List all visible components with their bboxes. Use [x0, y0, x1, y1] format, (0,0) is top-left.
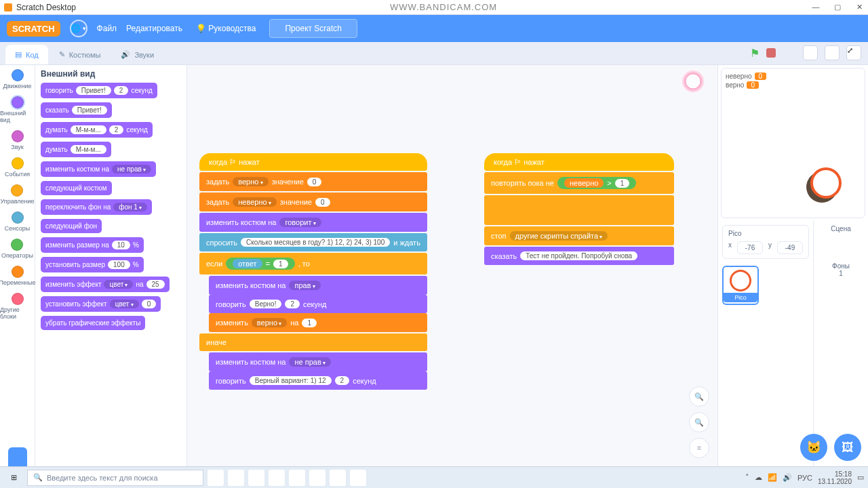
- script-stack-1[interactable]: когда 🏳 нажат задатьвернозначение0 задат…: [199, 153, 427, 391]
- backpack-tab[interactable]: [8, 447, 27, 466]
- block-else[interactable]: иначе: [199, 333, 427, 351]
- block-change-size[interactable]: изменить размер на10%: [41, 237, 144, 253]
- add-backdrop-button[interactable]: 🖼: [834, 434, 861, 461]
- scratch-logo[interactable]: SCRATCH: [7, 21, 60, 37]
- hat-when-flag-clicked-2[interactable]: когда 🏳 нажат: [484, 153, 674, 171]
- sprite-x-field[interactable]: -76: [737, 241, 763, 254]
- block-switch-costume-1[interactable]: изменить костюм наговорит: [199, 213, 427, 232]
- tray-wifi-icon[interactable]: 📶: [768, 473, 777, 482]
- taskbar-app-4[interactable]: [289, 470, 305, 486]
- sprite-thumb-label: Pico: [724, 293, 757, 302]
- min-button[interactable]: ―: [811, 3, 821, 12]
- block-palette: Внешний вид говоритьПривет!2секунд сказа…: [35, 65, 187, 466]
- block-think-for[interactable]: думатьМ-м-м...2секунд: [41, 122, 153, 138]
- tray-sound-icon[interactable]: 🔊: [783, 473, 792, 482]
- hat-when-flag-clicked[interactable]: когда 🏳 нажат: [199, 153, 427, 171]
- menu-tutorials[interactable]: 💡 Руководства: [196, 24, 256, 33]
- tab-costumes[interactable]: ✎Костюмы: [50, 45, 111, 64]
- block-say-correct[interactable]: говоритьВерно!2секунд: [209, 295, 427, 313]
- block-clear-effects[interactable]: убрать графические эффекты: [41, 316, 145, 330]
- zoom-in-button[interactable]: 🔍: [689, 386, 709, 407]
- taskbar-app-6[interactable]: [330, 470, 346, 486]
- block-say-for[interactable]: говоритьПривет!2секунд: [41, 83, 157, 98]
- category-Внешний вид[interactable]: Внешний вид: [0, 96, 35, 123]
- tray-chevron-up-icon[interactable]: ˄: [745, 473, 749, 482]
- block-change-effect[interactable]: изменить эффектцветна25: [41, 277, 170, 292]
- tab-code-label: Код: [26, 51, 39, 59]
- menu-file[interactable]: Файл: [97, 24, 117, 33]
- stop-button[interactable]: [766, 48, 776, 58]
- category-События[interactable]: События: [5, 157, 30, 178]
- block-repeat-until[interactable]: повторять пока неневерно>1: [484, 172, 674, 194]
- fullscreen-button[interactable]: ⤢: [846, 45, 861, 60]
- code-icon: ▤: [15, 50, 22, 59]
- sound-icon: 🔊: [121, 50, 130, 59]
- category-Переменные[interactable]: Переменные: [0, 266, 36, 286]
- tray-cloud-icon[interactable]: ☁: [755, 473, 762, 482]
- taskbar-app-3[interactable]: [269, 470, 285, 486]
- tab-sounds[interactable]: 🔊Звуки: [111, 45, 163, 64]
- start-button[interactable]: ⊞: [4, 470, 23, 486]
- stage-large-button[interactable]: [825, 45, 840, 60]
- close-button[interactable]: ✕: [854, 3, 864, 12]
- sprite-y-field[interactable]: -49: [777, 241, 803, 254]
- max-button[interactable]: ▢: [833, 3, 842, 12]
- stage-small-button[interactable]: [803, 45, 818, 60]
- category-Другие блоки[interactable]: Другие блоки: [0, 293, 35, 320]
- block-repeat-body[interactable]: [484, 195, 674, 225]
- zoom-out-button[interactable]: 🔍: [689, 412, 709, 432]
- taskbar-app-5[interactable]: [309, 470, 326, 486]
- taskbar-app-1[interactable]: [228, 470, 244, 486]
- block-next-backdrop[interactable]: следующий фон: [41, 219, 102, 233]
- tray-clock[interactable]: 15:1813.11.2020: [818, 470, 852, 485]
- pico-icon: [730, 270, 751, 291]
- taskbar-app-7[interactable]: [350, 470, 366, 486]
- category-Движение[interactable]: Движение: [3, 69, 32, 89]
- block-switch-costume-3[interactable]: изменить костюм нане прав: [209, 352, 427, 371]
- menubar: SCRATCH 🌐 Файл Редактировать 💡 Руководст…: [0, 15, 868, 42]
- scene-label: Сцена: [818, 225, 864, 232]
- category-Сенсоры[interactable]: Сенсоры: [5, 211, 31, 232]
- script-canvas[interactable]: когда 🏳 нажат задатьвернозначение0 задат…: [187, 65, 717, 466]
- block-next-costume[interactable]: следующий костюм: [41, 181, 112, 195]
- green-flag-button[interactable]: ⚑: [750, 47, 760, 60]
- project-title-input[interactable]: Проект Scratch: [269, 19, 357, 38]
- block-switch-costume[interactable]: изменить костюм нане прав: [41, 161, 156, 177]
- category-Операторы[interactable]: Операторы: [1, 239, 33, 259]
- taskbar-search[interactable]: 🔍 Введите здесь текст для поиска: [27, 470, 203, 486]
- task-view-icon[interactable]: [208, 470, 224, 486]
- sprite-name-field[interactable]: Pico: [728, 230, 803, 237]
- taskbar-app-2[interactable]: [248, 470, 264, 486]
- tab-code[interactable]: ▤Код: [5, 45, 48, 64]
- category-Управление[interactable]: Управление: [0, 184, 34, 205]
- category-label: События: [5, 171, 30, 178]
- category-label: Операторы: [1, 252, 33, 259]
- sprite-info: Pico x-76 y-49: [722, 225, 809, 259]
- block-set-var-neverno[interactable]: задатьневернозначение0: [199, 192, 427, 211]
- block-say-wrong[interactable]: говоритьВерный вариант: 1) 122секунд: [209, 371, 427, 390]
- block-switch-backdrop[interactable]: переключить фон нафон 1: [41, 199, 152, 215]
- block-say[interactable]: сказатьПривет!: [41, 102, 112, 118]
- tray-notifications-icon[interactable]: ▭: [857, 473, 864, 482]
- block-stop[interactable]: стопдругие скрипты спрайта: [484, 226, 674, 245]
- sprite-thumbnail[interactable]: Pico: [722, 266, 759, 305]
- script-stack-2[interactable]: когда 🏳 нажат повторять пока неневерно>1…: [484, 153, 674, 266]
- add-sprite-button[interactable]: 🐱: [800, 434, 827, 461]
- block-set-effect[interactable]: установить эффектцвет0: [41, 296, 161, 312]
- block-if[interactable]: еслиответ=1, то: [199, 253, 427, 274]
- block-set-size[interactable]: установить размер100%: [41, 257, 144, 272]
- block-switch-costume-2[interactable]: изменить костюм направ: [209, 276, 427, 295]
- block-change-verno[interactable]: изменитьвернона1: [209, 313, 427, 332]
- tab-sounds-label: Звуки: [134, 51, 154, 59]
- category-label: Переменные: [0, 279, 36, 286]
- stage-preview[interactable]: неверно0 верно0: [721, 68, 865, 218]
- zoom-reset-button[interactable]: =: [689, 438, 709, 458]
- language-menu[interactable]: 🌐: [70, 20, 87, 37]
- menu-edit[interactable]: Редактировать: [126, 24, 182, 33]
- block-ask-and-wait[interactable]: спроситьСколько месяцев в году? 1) 12, 2…: [199, 233, 427, 251]
- block-set-var-verno[interactable]: задатьвернозначение0: [199, 172, 427, 191]
- block-think[interactable]: думатьМ-м-м...: [41, 142, 111, 157]
- category-Звук[interactable]: Звук: [11, 130, 23, 150]
- block-say-fail[interactable]: сказатьТест не пройден. Попробуй снова: [484, 247, 674, 265]
- tray-lang[interactable]: РУС: [797, 474, 812, 482]
